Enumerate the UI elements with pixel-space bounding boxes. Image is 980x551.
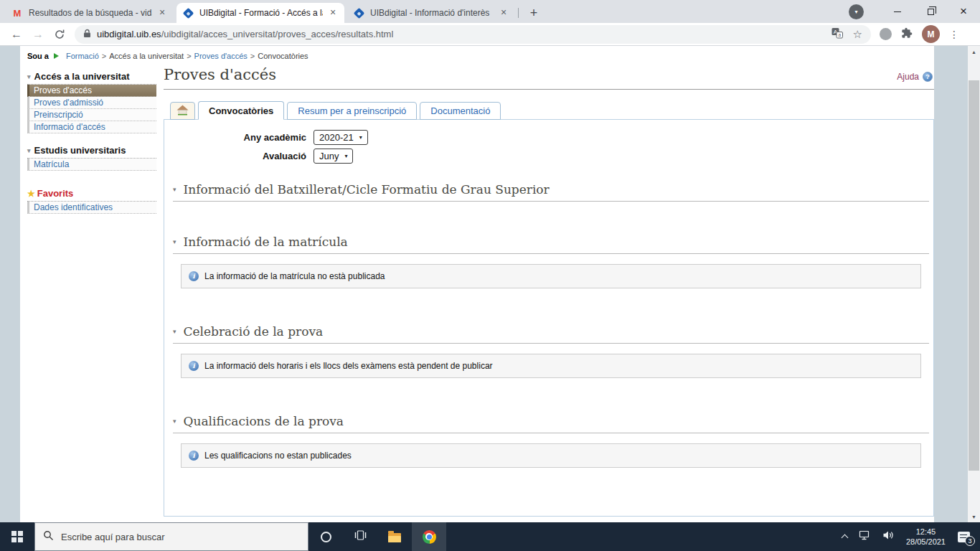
close-icon: × [960, 4, 967, 19]
tab-title: UIBdigital - Formació - Accés a la [199, 8, 323, 18]
info-icon: i [189, 361, 199, 371]
bookmark-star-icon[interactable]: ☆ [853, 28, 862, 41]
screen: M Resultados de la búsqueda - vida × UIB… [0, 0, 980, 551]
notification-center-button[interactable]: 3 [952, 522, 977, 551]
uibdigital-favicon-icon [353, 7, 364, 19]
new-tab-button[interactable]: + [525, 4, 542, 22]
volume-button[interactable] [877, 522, 900, 551]
main-content: Proves d'accés Ajuda ? Convocatòries Res… [164, 66, 934, 517]
triangle-down-icon: ▾ [173, 182, 176, 197]
breadcrumb-item-acces[interactable]: Accés a la universitat [109, 52, 184, 60]
info-icon: i [189, 451, 199, 461]
sidebar-item-matricula[interactable]: Matrícula [27, 159, 156, 171]
tab-close-icon[interactable]: × [156, 7, 168, 19]
tab-close-icon[interactable]: × [498, 7, 509, 19]
windows-taskbar: Escribe aquí para buscar 12:45 [0, 522, 980, 551]
start-button[interactable] [0, 522, 34, 551]
section-header-matricula[interactable]: ▾ Informació de la matrícula [173, 235, 929, 254]
info-message-celebracio: i La informació dels horaris i els llocs… [181, 354, 921, 378]
tab-close-icon[interactable]: × [327, 7, 339, 19]
chrome-taskbar-button[interactable] [412, 522, 446, 551]
system-tray: 12:45 28/05/2021 3 [837, 522, 980, 551]
maximize-button[interactable] [914, 0, 947, 23]
section-title: Celebració de la prova [184, 324, 324, 339]
translate-icon[interactable]: Aa [831, 27, 843, 42]
sidebar-section-estudis[interactable]: ▾ Estudis universitaris [27, 143, 156, 159]
close-button[interactable]: × [947, 0, 980, 23]
scrollbar-thumb[interactable] [969, 80, 979, 471]
network-button[interactable] [853, 522, 877, 551]
breadcrumb-arrow-icon [54, 53, 62, 59]
page-title: Proves d'accés [164, 66, 276, 83]
section-header-celebracio[interactable]: ▾ Celebració de la prova [173, 324, 929, 344]
scroll-up-icon[interactable]: ▲ [968, 46, 980, 57]
profile-avatar[interactable]: M [922, 25, 940, 43]
minimize-button[interactable] [881, 0, 914, 23]
extensions-puzzle-icon[interactable] [901, 27, 913, 42]
breadcrumb-link-formacio[interactable]: Formació [66, 52, 99, 60]
browser-toolbar: ← → uibdigital.uib.es/uibdigital/acces_u… [0, 23, 980, 46]
file-explorer-button[interactable] [377, 522, 412, 551]
search-placeholder: Escribe aquí para buscar [61, 532, 165, 542]
sidebar-section-title: Accés a la universitat [34, 71, 130, 82]
taskbar-search-input[interactable]: Escribe aquí para buscar [34, 522, 308, 551]
help-link[interactable]: Ajuda ? [897, 72, 933, 82]
tab-separator [518, 8, 519, 18]
sidebar-section-favorits[interactable]: ★ Favorits [27, 187, 156, 202]
tab-title: Resultados de la búsqueda - vida [29, 8, 152, 18]
scroll-down-icon[interactable]: ▼ [968, 511, 980, 522]
info-message-qualificacions: i Les qualificacions no estan publicades [181, 443, 921, 468]
reload-button[interactable] [49, 28, 70, 41]
breadcrumb-prefix: Sou a [27, 52, 49, 60]
sidebar-section-acces[interactable]: ▾ Accés a la universitat [27, 70, 156, 85]
forward-button[interactable]: → [27, 28, 49, 41]
triangle-down-icon: ▾ [173, 414, 176, 428]
breadcrumb-item-convocatories: Convocatòries [258, 52, 308, 60]
evaluation-select[interactable]: Juny ▾ [314, 149, 353, 164]
window-controls: ▾ × [849, 0, 980, 23]
info-message-text: Les qualificacions no estan publicades [204, 451, 352, 461]
network-icon [859, 530, 871, 543]
tab-resum-preinscripcio[interactable]: Resum per a preinscripció [287, 102, 417, 120]
address-bar[interactable]: uibdigital.uib.es/uibdigital/acces_unive… [75, 25, 871, 44]
info-message-text: La informació dels horaris i els llocs d… [204, 361, 493, 371]
back-button[interactable]: ← [6, 28, 27, 41]
section-header-batxillerat[interactable]: ▾ Informació del Batxillerat/Cicle Forma… [173, 182, 929, 202]
breadcrumb-link-proves[interactable]: Proves d'accés [194, 52, 248, 60]
tab-documentacio[interactable]: Documentació [420, 102, 501, 120]
chrome-icon [423, 530, 436, 544]
sidebar-section-title: Estudis universitaris [34, 145, 126, 156]
page-scrollbar[interactable]: ▲ ▼ [968, 46, 980, 522]
url-text: uibdigital.uib.es/uibdigital/acces_unive… [97, 29, 393, 39]
section-header-qualificacions[interactable]: ▾ Qualificacions de la prova [173, 414, 929, 433]
clock-date: 28/05/2021 [906, 537, 946, 547]
browser-profile-chevron-icon[interactable]: ▾ [849, 4, 864, 19]
sidebar-item-proves-acces[interactable]: Proves d'accés [27, 85, 156, 97]
browser-tab-uib-info[interactable]: UIBdigital - Informació d'interès × [347, 3, 515, 23]
cortana-button[interactable] [308, 522, 343, 551]
taskbar-clock[interactable]: 12:45 28/05/2021 [900, 527, 952, 547]
tab-home[interactable] [170, 102, 195, 120]
sidebar-item-informacio-acces[interactable]: Informació d'accés [27, 121, 156, 133]
search-icon [43, 530, 54, 544]
help-question-icon[interactable]: ? [923, 72, 933, 82]
chrome-menu-icon[interactable]: ⋮ [949, 29, 959, 40]
sidebar-item-proves-admissio[interactable]: Proves d'admissió [27, 97, 156, 109]
task-view-button[interactable] [343, 522, 377, 551]
info-message-matricula: i La informació de la matrícula no està … [181, 264, 921, 288]
sidebar-item-preinscripcio[interactable]: Preinscripció [27, 109, 156, 121]
extension-icon[interactable] [880, 28, 892, 40]
svg-text:a: a [838, 32, 841, 37]
select-arrow-icon: ▾ [359, 134, 362, 141]
tab-convocatories[interactable]: Convocatòries [198, 101, 284, 120]
select-arrow-icon: ▾ [344, 153, 347, 159]
sidebar-section-title: Favorits [37, 188, 74, 199]
page-body: Sou a Formació > Accés a la universitat … [0, 46, 980, 522]
sidebar-item-dades-identificatives[interactable]: Dades identificatives [27, 202, 156, 214]
tray-expand-button[interactable] [837, 522, 853, 551]
section-title: Informació de la matrícula [184, 235, 348, 249]
browser-tab-active[interactable]: UIBdigital - Formació - Accés a la × [176, 3, 344, 23]
browser-tab-gmail[interactable]: M Resultados de la búsqueda - vida × [6, 3, 174, 23]
year-select[interactable]: 2020-21 ▾ [314, 130, 368, 145]
breadcrumb-separator: > [187, 52, 191, 60]
